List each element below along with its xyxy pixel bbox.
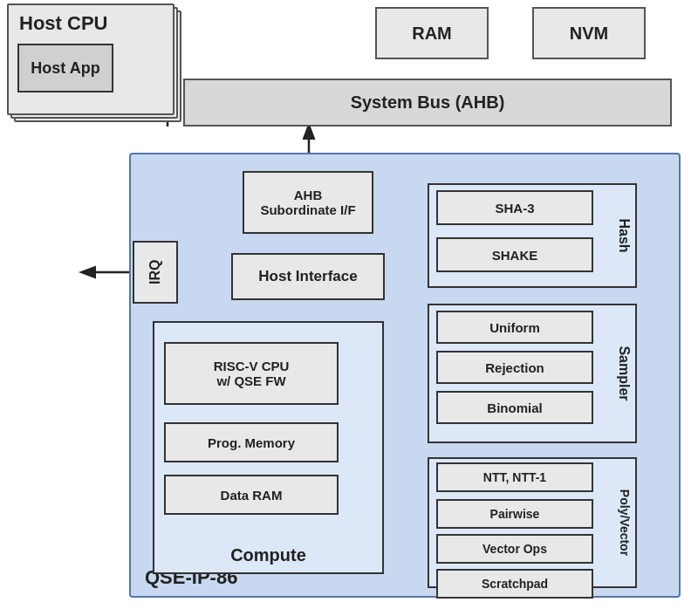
data-ram-box: Data RAM [164, 475, 339, 515]
nvm-box: NVM [532, 7, 646, 59]
prog-mem-label: Prog. Memory [208, 435, 295, 450]
risc-v-label: RISC-V CPUw/ QSE FW [214, 359, 290, 388]
ram-label: RAM [412, 24, 452, 44]
host-cpu-label: Host CPU [19, 12, 107, 35]
sampler-group-label: Sampler [616, 346, 632, 400]
binomial-box: Binomial [436, 391, 593, 424]
system-bus-label: System Bus (AHB) [351, 92, 505, 113]
system-bus: System Bus (AHB) [183, 79, 672, 127]
pairwise-box: Pairwise [436, 499, 593, 529]
diagram: Host CPU Host App RAM NVM System Bus (AH… [0, 0, 698, 616]
irq-label: IRQ [147, 260, 163, 284]
nvm-label: NVM [570, 24, 608, 44]
sha3-label: SHA-3 [495, 201, 534, 216]
host-app-label: Host App [31, 59, 99, 78]
scratchpad-label: Scratchpad [482, 577, 548, 591]
hash-group-label: Hash [616, 218, 632, 252]
data-ram-label: Data RAM [221, 488, 283, 503]
uniform-box: Uniform [436, 311, 593, 344]
ahb-sub-label: AHBSubordinate I/F [260, 188, 355, 217]
ahb-sub-box: AHBSubordinate I/F [243, 171, 373, 234]
host-interface-label: Host Interface [258, 268, 357, 285]
ntt-box: NTT, NTT-1 [436, 462, 593, 492]
prog-mem-box: Prog. Memory [164, 422, 339, 462]
shake-label: SHAKE [492, 248, 538, 263]
host-cpu-stack: Host CPU Host App [7, 3, 181, 126]
host-interface-box: Host Interface [231, 253, 385, 300]
rejection-label: Rejection [485, 360, 544, 375]
rejection-box: Rejection [436, 351, 593, 384]
vector-ops-label: Vector Ops [482, 542, 547, 556]
irq-box: IRQ [133, 241, 178, 304]
risc-v-box: RISC-V CPUw/ QSE FW [164, 342, 339, 405]
binomial-label: Binomial [487, 400, 542, 415]
vector-ops-box: Vector Ops [436, 534, 593, 564]
sha3-box: SHA-3 [436, 190, 593, 225]
ntt-label: NTT, NTT-1 [483, 470, 546, 484]
poly-group-label: Poly/Vector [618, 489, 632, 556]
shake-box: SHAKE [436, 237, 593, 272]
uniform-label: Uniform [489, 320, 540, 335]
compute-label: Compute [230, 545, 306, 565]
scratchpad-box: Scratchpad [436, 569, 593, 599]
ram-box: RAM [375, 7, 489, 59]
pairwise-label: Pairwise [490, 507, 540, 521]
host-app-box: Host App [17, 44, 113, 92]
